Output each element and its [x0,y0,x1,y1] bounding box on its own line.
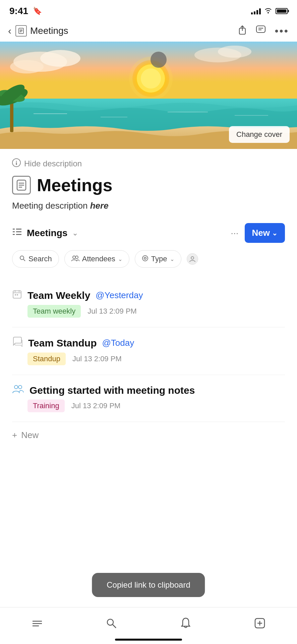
share-icon[interactable] [238,25,247,37]
cover-drag-handle[interactable] [151,52,167,68]
svg-point-44 [142,256,148,261]
meeting-meta: Team weekly Jul 13 2:09 PM [12,305,285,318]
svg-point-46 [191,257,194,259]
add-tab[interactable] [223,618,297,629]
change-cover-button[interactable]: Change cover [229,126,290,143]
meeting-item[interactable]: Team Standup @Today Standup Jul 13 2:09 … [12,327,285,375]
search-filter-icon [19,255,26,263]
notifications-tab[interactable] [148,618,223,629]
search-filter-label: Search [28,255,52,263]
db-chevron-icon[interactable]: ⌄ [72,229,78,237]
db-header-left: Meetings ⌄ [12,227,78,238]
svg-point-43 [75,256,78,259]
type-filter-icon [142,255,148,263]
meeting-header: Team Weekly @Yesterday [12,289,285,302]
svg-point-42 [73,256,75,259]
svg-point-53 [14,385,18,389]
page-description: Meeting description here [12,201,285,211]
new-button[interactable]: New ⌄ [245,223,285,243]
svg-point-40 [20,256,24,260]
bookmark-icon: 🔖 [33,7,42,15]
more-icon[interactable]: ••• [275,25,289,37]
hide-description-label: Hide description [24,159,82,168]
back-button[interactable]: ‹ [8,25,11,37]
meeting-datetime: Jul 13 2:09 PM [87,307,137,316]
toast-message: Copied link to clipboard [92,573,205,597]
database-name: Meetings [27,228,67,238]
svg-line-59 [113,625,116,628]
nav-title: Meetings [30,25,238,36]
status-bar: 9:41 🔖 [0,0,297,20]
chat-icon[interactable] [256,25,266,37]
svg-rect-52 [17,294,18,296]
attendees-chevron-icon: ⌄ [118,256,122,262]
list-icon [12,227,22,238]
svg-point-54 [18,385,22,389]
type-filter[interactable]: Type ⌄ [135,250,181,268]
attendees-filter-label: Attendees [82,255,115,263]
add-new-label: New [21,430,39,440]
svg-rect-5 [256,26,265,33]
nav-actions: ••• [238,25,289,37]
meeting-datetime: Jul 13 2:09 PM [71,401,121,410]
meeting-header: Team Standup @Today [12,337,285,349]
meeting-time: @Yesterday [96,290,143,301]
doc-icon [15,25,27,37]
info-icon [12,158,21,169]
avatar-filter[interactable] [187,253,198,265]
meetings-list: Team Weekly @Yesterday Team weekly Jul 1… [12,280,285,422]
status-icons [251,7,288,15]
meeting-datetime: Jul 13 2:09 PM [72,355,122,363]
svg-point-10 [40,50,80,67]
meeting-tag: Training [27,399,65,412]
type-filter-label: Type [151,255,167,263]
wifi-icon [264,7,272,15]
status-time: 9:41 [9,6,28,16]
hide-description-button[interactable]: Hide description [12,149,285,175]
page-type-icon [12,176,31,195]
meeting-item[interactable]: Team Weekly @Yesterday Team weekly Jul 1… [12,280,285,327]
attendees-filter[interactable]: Attendees ⌄ [64,250,129,268]
svg-line-41 [23,259,25,261]
attendees-filter-icon [71,255,79,263]
page-title: Meetings [37,175,112,195]
svg-rect-51 [15,294,16,296]
meeting-name: Team Weekly [27,290,90,301]
plus-icon: + [12,430,17,440]
meeting-meta: Training Jul 13 2:09 PM [12,399,285,412]
page-header: Meetings [12,175,285,195]
calendar-icon [12,289,22,302]
svg-point-11 [10,60,44,73]
svg-point-58 [107,619,113,625]
meeting-tag: Team weekly [27,305,81,318]
meeting-item[interactable]: Getting started with meeting notes Train… [12,375,285,422]
meeting-header: Getting started with meeting notes [12,384,285,396]
nav-bar: ‹ Meetings ••• [0,20,297,42]
meeting-time: @Today [102,338,134,348]
meeting-meta: Standup Jul 13 2:09 PM [12,353,285,365]
database-header: Meetings ⌄ ··· New ⌄ [12,223,285,243]
home-tab[interactable] [0,619,74,628]
people-icon [12,384,24,396]
chat-bubbles-icon [12,337,23,349]
meeting-name: Getting started with meeting notes [29,385,195,396]
battery-icon [276,8,288,14]
meeting-name: Team Standup [28,337,97,349]
search-filter[interactable]: Search [12,250,59,268]
main-content: Hide description Meetings Meeting descri… [0,149,297,448]
database-more-button[interactable]: ··· [231,228,238,238]
svg-rect-29 [16,162,17,165]
svg-point-13 [218,46,251,58]
meeting-tag: Standup [27,353,66,365]
add-new-button[interactable]: + New [12,422,285,448]
filters-bar: Search Attendees ⌄ Type ⌄ [12,250,285,268]
search-tab[interactable] [74,618,149,629]
cover-image: Change cover [0,42,297,149]
svg-point-17 [129,57,173,100]
new-btn-chevron-icon: ⌄ [272,229,278,237]
signal-icon [251,8,261,14]
svg-point-45 [144,257,146,259]
svg-point-28 [16,161,17,162]
type-chevron-icon: ⌄ [170,256,174,262]
home-indicator [115,639,182,641]
